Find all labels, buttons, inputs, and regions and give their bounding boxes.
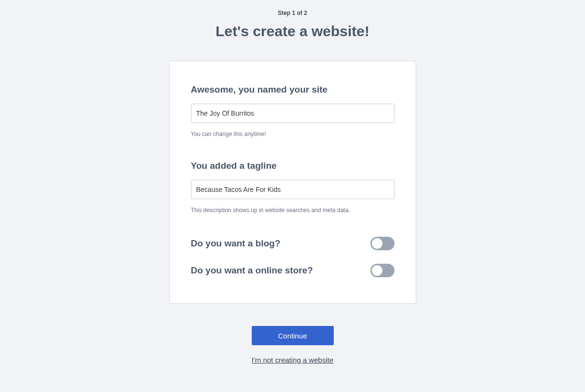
site-name-input[interactable] (191, 104, 395, 123)
form-card: Awesome, you named your site You can cha… (169, 61, 416, 304)
site-name-helper: You can change this anytime! (191, 131, 395, 137)
tagline-input[interactable] (191, 180, 395, 199)
store-toggle[interactable] (370, 264, 395, 277)
toggle-knob-icon (372, 238, 382, 249)
step-indicator: Step 1 of 2 (278, 10, 307, 16)
tagline-helper: This description shows up in website sea… (191, 207, 395, 214)
blog-toggle-row: Do you want a blog? (191, 237, 395, 250)
tagline-heading: You added a tagline (191, 161, 395, 171)
tagline-section: You added a tagline This description sho… (191, 161, 395, 214)
store-toggle-label: Do you want a online store? (191, 265, 313, 276)
page-title: Let's create a website! (216, 23, 369, 40)
continue-button[interactable]: Continue (252, 326, 334, 345)
skip-link[interactable]: I'm not creating a website (252, 356, 334, 364)
blog-toggle-label: Do you want a blog? (191, 238, 281, 249)
blog-toggle[interactable] (370, 237, 395, 250)
site-name-heading: Awesome, you named your site (191, 84, 395, 95)
toggle-knob-icon (372, 265, 382, 276)
store-toggle-row: Do you want a online store? (191, 264, 395, 277)
site-name-section: Awesome, you named your site You can cha… (191, 84, 395, 137)
